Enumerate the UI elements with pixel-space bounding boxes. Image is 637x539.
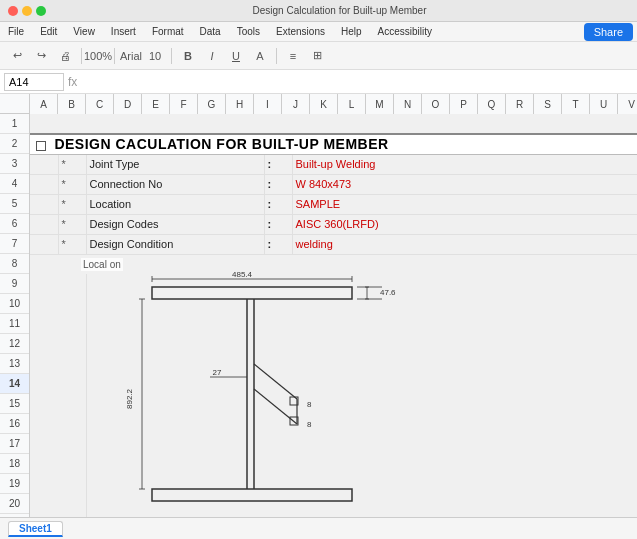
- col-header-l[interactable]: L: [338, 94, 366, 114]
- row-header-13[interactable]: 13: [0, 354, 29, 374]
- cell-colon-5: :: [264, 194, 292, 214]
- row-header-15[interactable]: 15: [0, 394, 29, 414]
- share-button[interactable]: Share: [584, 23, 633, 41]
- menu-file[interactable]: File: [4, 26, 28, 37]
- col-header-k[interactable]: K: [310, 94, 338, 114]
- table-row: * Location : SAMPLE: [30, 194, 637, 214]
- row-header-20[interactable]: 20: [0, 494, 29, 514]
- row-header-16[interactable]: 16: [0, 414, 29, 434]
- col-header-p[interactable]: P: [450, 94, 478, 114]
- row-header-3[interactable]: 3: [0, 154, 29, 174]
- minimize-button[interactable]: [22, 6, 32, 16]
- title-checkbox[interactable]: [36, 141, 46, 151]
- grid-content[interactable]: DESIGN CACULATION FOR BUILT-UP MEMBER * …: [30, 114, 637, 517]
- dim-27: 27: [212, 368, 221, 377]
- col-header-g[interactable]: G: [198, 94, 226, 114]
- menu-tools[interactable]: Tools: [233, 26, 264, 37]
- col-header-r[interactable]: R: [506, 94, 534, 114]
- menu-view[interactable]: View: [69, 26, 99, 37]
- align-left-button[interactable]: ≡: [282, 46, 304, 66]
- cell-label-design-condition: Design Condition: [86, 234, 264, 254]
- bold-button[interactable]: B: [177, 46, 199, 66]
- menu-edit[interactable]: Edit: [36, 26, 61, 37]
- row-header-12[interactable]: 12: [0, 334, 29, 354]
- menu-format[interactable]: Format: [148, 26, 188, 37]
- col-header-j[interactable]: J: [282, 94, 310, 114]
- cell-label-connection: Connection No: [86, 174, 264, 194]
- cell-value-design-codes: AISC 360(LRFD): [292, 214, 637, 234]
- col-header-f[interactable]: F: [170, 94, 198, 114]
- sheet-tab-1[interactable]: Sheet1: [8, 521, 63, 537]
- col-header-c[interactable]: C: [86, 94, 114, 114]
- menu-help[interactable]: Help: [337, 26, 366, 37]
- col-header-a[interactable]: A: [30, 94, 58, 114]
- cell-star-5: *: [58, 194, 86, 214]
- maximize-button[interactable]: [36, 6, 46, 16]
- dim-right-top: 47.6: [380, 288, 396, 297]
- cell-a4[interactable]: [30, 174, 58, 194]
- col-header-b[interactable]: B: [58, 94, 86, 114]
- col-header-q[interactable]: Q: [478, 94, 506, 114]
- toolbar-separator-2: [114, 48, 115, 64]
- cell-colon-7: :: [264, 234, 292, 254]
- italic-button[interactable]: I: [201, 46, 223, 66]
- row-header-4[interactable]: 4: [0, 174, 29, 194]
- fontsize-button[interactable]: 10: [144, 46, 166, 66]
- menu-accessibility[interactable]: Accessibility: [374, 26, 436, 37]
- underline-button[interactable]: U: [225, 46, 247, 66]
- color-button[interactable]: A: [249, 46, 271, 66]
- col-header-d[interactable]: D: [114, 94, 142, 114]
- print-button[interactable]: 🖨: [54, 46, 76, 66]
- col-header-e[interactable]: E: [142, 94, 170, 114]
- menu-insert[interactable]: Insert: [107, 26, 140, 37]
- cell-reference-input[interactable]: [4, 73, 64, 91]
- zoom-button[interactable]: 100%: [87, 46, 109, 66]
- bottom-bar: Sheet1: [0, 517, 637, 539]
- col-header-m[interactable]: M: [366, 94, 394, 114]
- font-button[interactable]: Arial: [120, 46, 142, 66]
- col-header-n[interactable]: N: [394, 94, 422, 114]
- cell-star-3: *: [58, 154, 86, 174]
- row-header-7[interactable]: 7: [0, 234, 29, 254]
- cell-label-joint-type: Joint Type: [86, 154, 264, 174]
- cell-star-6: *: [58, 214, 86, 234]
- row-header-14[interactable]: 14: [0, 374, 29, 394]
- close-button[interactable]: [8, 6, 18, 16]
- cell-a7[interactable]: [30, 234, 58, 254]
- undo-button[interactable]: ↩: [6, 46, 28, 66]
- row-header-9[interactable]: 9: [0, 274, 29, 294]
- cell-a6[interactable]: [30, 214, 58, 234]
- cell-value-location: SAMPLE: [292, 194, 637, 214]
- row-header-8[interactable]: 8: [0, 254, 29, 274]
- col-header-s[interactable]: S: [534, 94, 562, 114]
- redo-button[interactable]: ↪: [30, 46, 52, 66]
- col-header-t[interactable]: T: [562, 94, 590, 114]
- col-header-v[interactable]: V: [618, 94, 637, 114]
- toolbar-separator-3: [171, 48, 172, 64]
- menu-extensions[interactable]: Extensions: [272, 26, 329, 37]
- row-header-17[interactable]: 17: [0, 434, 29, 454]
- grid-body: 1 2 3 4 5 6 7 8 9 10 11 12 13 14 15 16 1…: [0, 114, 637, 517]
- cell-colon-4: :: [264, 174, 292, 194]
- col-header-h[interactable]: H: [226, 94, 254, 114]
- col-header-i[interactable]: I: [254, 94, 282, 114]
- cell-a5[interactable]: [30, 194, 58, 214]
- row-header-1[interactable]: 1: [0, 114, 29, 134]
- row-header-5[interactable]: 5: [0, 194, 29, 214]
- col-header-o[interactable]: O: [422, 94, 450, 114]
- dim-8-top: 8: [307, 400, 312, 409]
- table-row: [30, 114, 637, 134]
- row-header-19[interactable]: 19: [0, 474, 29, 494]
- row-header-18[interactable]: 18: [0, 454, 29, 474]
- row-header-6[interactable]: 6: [0, 214, 29, 234]
- col-header-u[interactable]: U: [590, 94, 618, 114]
- cell-a3[interactable]: [30, 154, 58, 174]
- row-header-2[interactable]: 2: [0, 134, 29, 154]
- cell-label-design-codes: Design Codes: [86, 214, 264, 234]
- toolbar: ↩ ↪ 🖨 100% Arial 10 B I U A ≡ ⊞: [0, 42, 637, 70]
- merge-button[interactable]: ⊞: [306, 46, 328, 66]
- row-header-11[interactable]: 11: [0, 314, 29, 334]
- row-header-10[interactable]: 10: [0, 294, 29, 314]
- menu-data[interactable]: Data: [196, 26, 225, 37]
- table-row: * Design Codes : AISC 360(LRFD): [30, 214, 637, 234]
